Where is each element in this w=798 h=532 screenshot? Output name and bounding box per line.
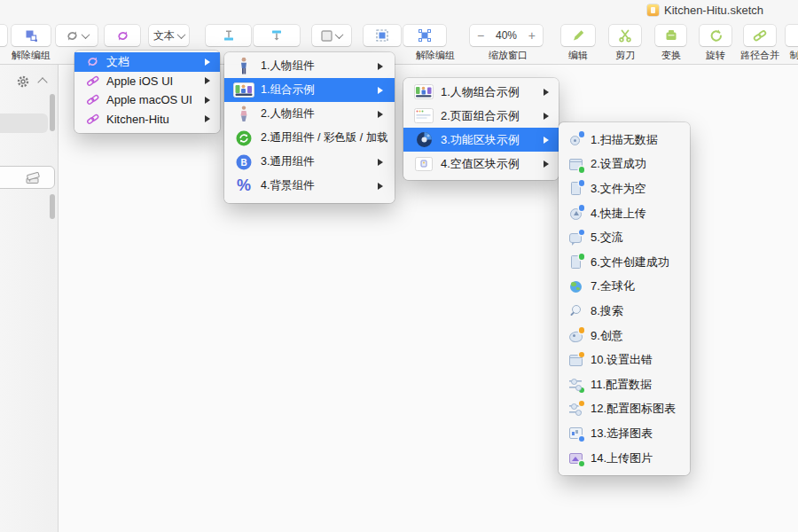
menu-item-label: 11.配置数据 [591,377,652,393]
scissors-button[interactable] [609,25,641,46]
path-merge-button[interactable] [744,25,776,46]
image-upload-icon [568,450,583,466]
scrollbar[interactable] [50,94,55,131]
menu-item-common-components[interactable]: B 3.通用组件 [224,150,395,174]
menu-item-data-config[interactable]: 11.配置数据 [559,372,690,397]
chat-icon [568,231,583,246]
menu-item-apple-macos-ui[interactable]: Apple macOS UI [74,90,220,110]
submenu-arrow-icon [544,89,549,96]
menu-item-label: 3.功能区块示例 [441,132,520,148]
menu-item-label: 2.通用组件 / 彩色版 / 加载 [261,130,388,145]
empty-file-icon [568,181,583,196]
menu-item-scan-no-data[interactable]: 1.扫描无数据 [559,128,690,153]
menu-item-function-block-examples[interactable]: 3.功能区块示例 [403,128,559,152]
rotate-label: 旋转 [706,49,725,62]
ungroup-selection-button[interactable] [403,25,446,46]
transform-button[interactable] [655,25,686,46]
left-sidebar [0,65,59,532]
zoom-out-button[interactable]: − [477,29,484,42]
ungroup2-label: 解除编组 [416,49,455,62]
menu-item-apple-ios-ui[interactable]: Apple iOS UI [74,72,220,91]
scissors-icon [618,28,632,43]
gear-icon[interactable] [16,74,30,89]
text-dropdown-label: 文本 [153,28,175,43]
partial-right-button[interactable] [786,25,798,46]
distribute-horizontal-button[interactable] [206,25,251,46]
page-thumbnail-icon [414,108,434,123]
svg-text:B: B [240,157,246,167]
panel-swatch [0,113,48,133]
path-merge-label: 路径合并 [740,49,779,62]
shape-dropdown-button[interactable] [312,25,351,46]
menu-item-search[interactable]: 8.搜索 [559,299,690,324]
sync-dropdown-button[interactable] [56,25,98,46]
link-icon [86,74,99,88]
percent-icon: % [233,176,254,195]
menu-item-label: 文档 [106,54,129,70]
scan-icon [568,132,583,147]
distribute-vertical-button[interactable] [254,25,300,46]
menu-item-label: 3.通用组件 [261,154,314,169]
rotate-button[interactable] [700,25,732,46]
idea-icon [568,328,583,343]
status-dot [579,131,585,137]
status-dot [579,230,585,236]
menu-item-label: 14.上传图片 [591,450,653,466]
menu-item-empty-block-examples[interactable]: 4.空值区块示例 [403,152,559,176]
submenu-arrow-icon [544,113,549,120]
menu-item-background-components[interactable]: % 4.背景组件 [224,174,395,198]
partial-right-label: 制 [790,49,798,62]
menu-item-kitchen-hitu[interactable]: Kitchen-Hitu [74,110,220,129]
symbols-menu: 1.扫描无数据 2.设置成功 3.文件为空 4.快捷上传 5.交流 6.文件创建… [559,122,690,475]
scissors-label: 剪刀 [615,49,635,62]
menu-item-person-components-2[interactable]: 2.人物组件 [224,102,395,126]
status-dot [579,461,585,467]
menu-item-common-components-color-loading[interactable]: 2.通用组件 / 彩色版 / 加载 [224,126,395,150]
ungroup-button[interactable] [12,25,51,46]
data-config-icon [568,377,583,392]
menu-item-label: 10.设置出错 [591,352,653,368]
chevron-up-icon[interactable] [37,77,47,87]
select-group-button[interactable] [364,25,401,46]
menu-item-empty-file[interactable]: 3.文件为空 [559,176,690,201]
menu-item-page-composite-examples[interactable]: 2.页面组合示例 [403,104,559,128]
menu-item-quick-upload[interactable]: 4.快捷上传 [559,201,690,226]
menu-item-creativity[interactable]: 9.创意 [559,324,690,348]
menu-item-select-chart[interactable]: 13.选择图表 [559,421,690,446]
zoom-in-button[interactable]: + [528,29,536,42]
scrollbar[interactable] [50,194,55,219]
menu-item-file-created[interactable]: 6.文件创建成功 [559,250,690,275]
menu-item-label: 2.页面组合示例 [441,108,520,124]
submenu-arrow-icon [378,159,383,166]
menu-item-label: 9.创意 [591,328,623,344]
menu-item-globalization[interactable]: 7.全球化 [559,275,690,300]
partial-left-button[interactable] [0,25,7,46]
person-icon [233,105,254,123]
text-dropdown-button[interactable]: 文本 [149,25,189,46]
menu-item-settings-success[interactable]: 2.设置成功 [559,153,690,177]
people-thumbnail-icon [414,84,434,99]
library-sync-button[interactable] [105,25,140,46]
menu-item-composite-examples[interactable]: 1.组合示例 [224,78,395,102]
menu-item-upload-image[interactable]: 14.上传图片 [559,446,690,471]
menu-item-person-components-1[interactable]: 1.人物组件 [224,54,395,78]
submenu-arrow-icon [378,63,383,70]
menu-item-settings-error[interactable]: 10.设置出错 [559,348,690,372]
menu-item-label: 2.人物组件 [261,106,314,121]
status-dot [579,387,585,394]
submenu-arrow-icon [378,183,383,190]
menu-item-documents[interactable]: 文档 [74,52,220,72]
pages-menu: 1.人物组件 1.组合示例 2.人物组件 [224,52,395,203]
edit-button[interactable] [561,25,595,46]
search-icon [568,303,583,318]
chevron-down-icon [81,30,90,39]
person-icon [233,57,254,75]
menu-item-chart-icon-config[interactable]: 12.配置图标图表 [559,397,690,422]
submenu-arrow-icon [378,87,383,94]
submenu-arrow-icon [205,97,210,104]
menu-item-label: Kitchen-Hitu [106,113,169,126]
menu-item-communication[interactable]: 5.交流 [559,225,690,250]
color-fan-button[interactable] [0,166,55,189]
menu-item-person-composite-examples[interactable]: 1.人物组合示例 [403,80,559,104]
groups-menu: 1.人物组合示例 2.页面组合示例 3.功能区块示例 [403,78,559,180]
